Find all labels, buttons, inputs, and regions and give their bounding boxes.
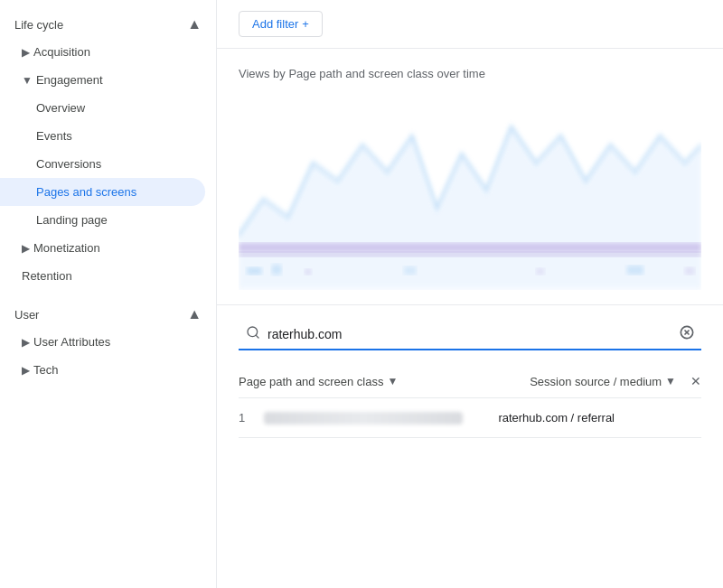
table-header: Page path and screen class ▼ Session sou…: [239, 365, 701, 398]
expand-icon-tech: ▶: [22, 364, 30, 377]
sidebar: Life cycle ▲ ▶ Acquisition ▼ Engagement …: [0, 0, 217, 588]
sidebar-item-label: User Attributes: [33, 335, 110, 349]
sidebar-item-label: Retention: [22, 269, 72, 283]
user-chevron-icon: ▲: [187, 306, 202, 322]
chart-title: Views by Page path and screen class over…: [239, 67, 701, 80]
svg-rect-5: [305, 269, 311, 275]
svg-rect-9: [685, 267, 695, 275]
search-box: [239, 320, 701, 350]
lifecycle-section-label: Life cycle: [14, 18, 63, 32]
add-filter-button[interactable]: Add filter +: [239, 11, 323, 37]
sidebar-item-pages-and-screens[interactable]: Pages and screens: [0, 178, 205, 206]
sidebar-item-user-attributes[interactable]: ▶ User Attributes: [0, 328, 205, 356]
search-icon: [246, 325, 260, 343]
user-section-header[interactable]: User ▲: [0, 297, 216, 328]
chart-svg: [239, 91, 701, 290]
add-filter-label: Add filter: [252, 17, 298, 31]
expand-icon-monetization: ▶: [22, 242, 30, 255]
sidebar-subitem-label: Events: [36, 129, 72, 143]
table-section: Page path and screen class ▼ Session sou…: [217, 358, 723, 445]
main-content: Add filter + Views by Page path and scre…: [217, 0, 723, 588]
expand-icon-acquisition: ▶: [22, 46, 30, 59]
top-bar: Add filter +: [217, 0, 723, 49]
sidebar-item-conversions[interactable]: Conversions: [0, 150, 205, 178]
svg-rect-4: [272, 265, 282, 275]
search-input[interactable]: [268, 327, 672, 341]
add-filter-icon: +: [302, 17, 309, 31]
col-header-session-source[interactable]: Session source / medium ▼: [530, 375, 676, 388]
row-blurred-url: [264, 412, 463, 425]
sidebar-subitem-label: Conversions: [36, 157, 101, 171]
sidebar-item-events[interactable]: Events: [0, 122, 205, 150]
sidebar-item-label: Tech: [33, 363, 58, 377]
sidebar-item-label: Acquisition: [33, 45, 90, 59]
content-area: Views by Page path and screen class over…: [217, 49, 723, 588]
col1-label: Page path and screen class: [239, 375, 383, 388]
sidebar-item-landing-page[interactable]: Landing page: [0, 206, 205, 234]
sidebar-item-overview[interactable]: Overview: [0, 94, 205, 122]
svg-rect-8: [627, 266, 643, 275]
lifecycle-chevron-icon: ▲: [187, 16, 202, 33]
close-col-icon[interactable]: ✕: [690, 374, 701, 388]
row-session-source: raterhub.com / referral: [470, 411, 615, 425]
clear-search-icon[interactable]: [680, 325, 694, 343]
col2-sort-icon: ▼: [665, 375, 676, 387]
sidebar-item-engagement[interactable]: ▼ Engagement: [0, 66, 205, 94]
svg-rect-1: [239, 243, 701, 252]
sidebar-item-label: Monetization: [33, 241, 100, 255]
sidebar-subitem-label: Landing page: [36, 213, 108, 227]
col2-label: Session source / medium: [530, 375, 662, 388]
row-number: 1: [239, 411, 257, 425]
sidebar-subitem-label: Pages and screens: [36, 185, 136, 199]
sidebar-subitem-label: Overview: [36, 101, 85, 115]
lifecycle-section-header[interactable]: Life cycle ▲: [0, 7, 216, 38]
sidebar-item-retention[interactable]: Retention: [0, 262, 205, 290]
expand-icon-user-attributes: ▶: [22, 336, 30, 349]
svg-line-11: [256, 335, 258, 338]
svg-rect-3: [247, 267, 261, 275]
svg-rect-6: [404, 266, 417, 275]
user-section-label: User: [14, 308, 39, 322]
table-row: 1 raterhub.com / referral: [239, 398, 701, 438]
col1-sort-icon: ▼: [387, 375, 398, 387]
col-header-page-path[interactable]: Page path and screen class ▼: [239, 375, 398, 388]
chart-container: [239, 91, 701, 290]
expand-icon-engagement: ▼: [22, 74, 33, 87]
sidebar-item-monetization[interactable]: ▶ Monetization: [0, 234, 205, 262]
sidebar-item-label: Engagement: [36, 73, 103, 87]
search-section: [217, 305, 723, 358]
chart-section: Views by Page path and screen class over…: [217, 49, 723, 305]
svg-rect-2: [239, 252, 701, 257]
sidebar-item-tech[interactable]: ▶ Tech: [0, 356, 205, 384]
svg-rect-7: [536, 268, 544, 275]
sidebar-item-acquisition[interactable]: ▶ Acquisition: [0, 38, 205, 66]
